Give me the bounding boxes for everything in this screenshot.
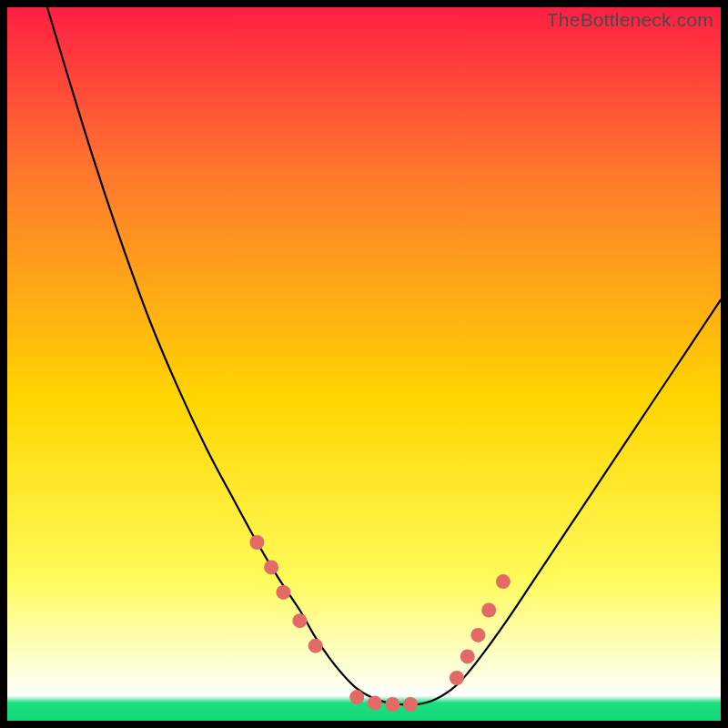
curve-dot — [292, 613, 307, 628]
curve-dot — [385, 697, 399, 712]
curve-dot — [249, 535, 264, 550]
curve-dot — [481, 603, 496, 618]
curve-dot — [403, 697, 418, 712]
bottleneck-curve — [7, 7, 721, 721]
curve-dot — [460, 649, 475, 663]
curve-dot — [496, 574, 511, 589]
curve-dot — [368, 695, 382, 710]
curve-dot — [450, 671, 464, 685]
curve-dot — [264, 560, 278, 574]
curve-dot — [276, 585, 290, 600]
chart-frame: TheBottleneck.com — [0, 0, 728, 728]
plot-area: TheBottleneck.com — [7, 7, 721, 721]
curve-dot — [470, 628, 485, 642]
watermark-label: TheBottleneck.com — [547, 9, 713, 31]
curve-line — [47, 7, 721, 705]
curve-dot — [308, 639, 323, 653]
curve-dot — [349, 690, 364, 704]
